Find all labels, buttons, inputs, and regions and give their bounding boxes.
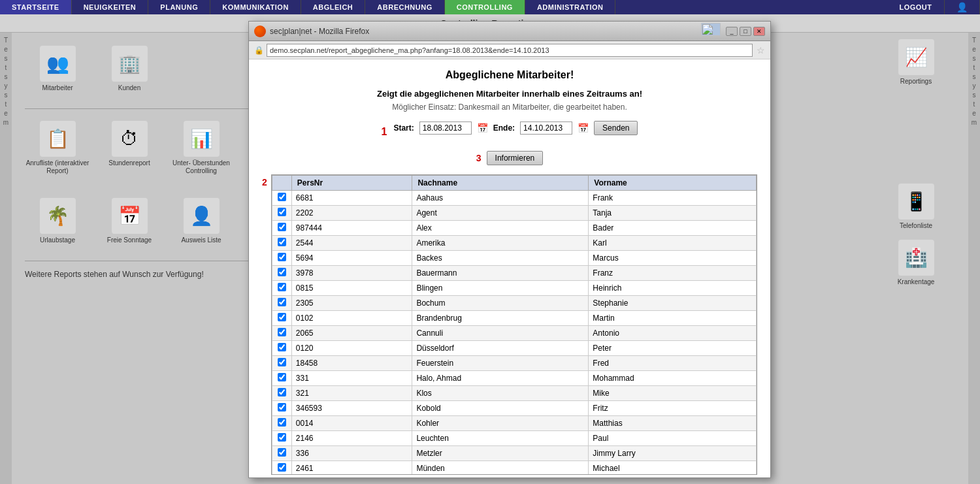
calendar-start-icon[interactable]: 📅: [477, 123, 488, 133]
row-checkbox[interactable]: [278, 463, 286, 472]
table-row: 2305 Bochum Stephanie: [272, 296, 756, 311]
icon-krankentage[interactable]: 🏥 Krankentage: [883, 240, 949, 286]
row-persnr: 0102: [291, 311, 412, 326]
freie-sonntage-icon: 📅: [112, 198, 148, 234]
icon-stundenreport[interactable]: ⏱ Stundenreport: [97, 121, 162, 175]
row-checkbox-cell: [272, 206, 291, 221]
date-end-input[interactable]: [520, 121, 572, 135]
row-checkbox-cell: [272, 461, 291, 476]
table-row: 336 Metzler Jimmy Larry: [272, 446, 756, 461]
row-checkbox[interactable]: [278, 253, 286, 261]
ueberstunden-icon: 📊: [184, 121, 220, 157]
icon-kunden[interactable]: 🏢 Kunden: [97, 46, 162, 92]
nav-planung[interactable]: PLANUNG: [148, 0, 210, 14]
sidebar-letter: e: [4, 109, 8, 118]
row-nachname: Agent: [412, 206, 589, 221]
table-row: 5694 Backes Marcus: [272, 251, 756, 266]
row-checkbox[interactable]: [278, 373, 286, 381]
row-checkbox-cell: [272, 431, 291, 446]
row-vorname: Karl: [589, 236, 757, 251]
icon-mitarbeiter[interactable]: 👥 Mitarbeiter: [25, 46, 90, 92]
left-sidebar: T e s t s y s t e m: [0, 33, 12, 484]
table-row: 2146 Leuchten Paul: [272, 431, 756, 446]
icon-urlaubstage[interactable]: 🌴 Urlaubstage: [25, 198, 90, 244]
row-checkbox[interactable]: [278, 208, 286, 216]
row-checkbox[interactable]: [278, 268, 286, 276]
bookmark-icon[interactable]: ☆: [757, 45, 765, 56]
row-checkbox-cell: [272, 401, 291, 416]
send-button[interactable]: Senden: [594, 121, 638, 135]
nav-neuigkeiten[interactable]: NEUIGKEITEN: [72, 0, 149, 14]
row-nachname: Alex: [412, 221, 589, 236]
row-checkbox[interactable]: [278, 448, 286, 457]
icon-telefonliste[interactable]: 📱 Telefonliste: [883, 184, 949, 230]
row-checkbox-cell: [272, 236, 291, 251]
date-row: Start: 📅 Ende: 📅 Senden: [393, 121, 638, 135]
row-checkbox[interactable]: [278, 238, 286, 246]
krankentage-icon: 🏥: [898, 240, 934, 276]
close-button[interactable]: ✕: [753, 27, 765, 36]
row-checkbox[interactable]: [278, 193, 286, 201]
row-persnr: 0014: [291, 416, 412, 431]
table-row: 0815 Blingen Heinrich: [272, 281, 756, 296]
row-persnr: 2544: [291, 236, 412, 251]
table-row: 346593 Kobold Fritz: [272, 401, 756, 416]
top-navigation: STARTSEITE NEUIGKEITEN PLANUNG KOMMUNIKA…: [0, 0, 980, 14]
col-header-checkbox: [272, 176, 291, 191]
row-checkbox-cell: [272, 386, 291, 401]
end-label: Ende:: [493, 123, 515, 133]
sidebar-letter: e: [4, 45, 8, 54]
ausweis-liste-icon: 👤: [184, 198, 220, 234]
report-hint: Möglicher Einsatz: Dankesmail an Mitarbe…: [262, 103, 757, 112]
row-checkbox[interactable]: [278, 328, 286, 336]
row-vorname: Fritz: [589, 401, 757, 416]
row-checkbox[interactable]: [278, 223, 286, 231]
table-header-row: PersNr Nachname Vorname: [272, 176, 756, 191]
address-input[interactable]: [267, 44, 753, 57]
icon-ueberstunden[interactable]: 📊 Unter- Überstunden Controlling: [169, 121, 234, 175]
row-checkbox[interactable]: [278, 433, 286, 442]
nav-controlling[interactable]: CONTROLLING: [445, 0, 525, 14]
informieren-button[interactable]: Informieren: [487, 151, 544, 165]
nav-user-icon[interactable]: 👤: [945, 0, 981, 14]
row-checkbox[interactable]: [278, 313, 286, 321]
freie-sonntage-label: Freie Sonntage: [107, 236, 152, 244]
row-nachname: Feuerstein: [412, 356, 589, 371]
row-checkbox[interactable]: [278, 343, 286, 351]
row-vorname: Michael: [589, 461, 757, 476]
row-checkbox[interactable]: [278, 403, 286, 411]
step1-label: 1: [382, 126, 387, 138]
nav-kommunikation[interactable]: KOMMUNIKATION: [210, 0, 301, 14]
nav-logout[interactable]: LOGOUT: [887, 0, 944, 14]
nav-abgleich[interactable]: ABGLEICH: [301, 0, 365, 14]
icon-reportings[interactable]: 📈 Reportings: [883, 39, 949, 86]
minimize-button[interactable]: _: [726, 27, 738, 36]
icon-anrufliste[interactable]: 📋 Anrufliste (interaktiver Report): [25, 121, 90, 175]
date-start-input[interactable]: [419, 121, 472, 135]
table-row: 3978 Bauermann Franz: [272, 266, 756, 281]
row-checkbox[interactable]: [278, 418, 286, 427]
row-vorname: Paul: [589, 431, 757, 446]
row-nachname: Bochum: [412, 296, 589, 311]
nav-startseite[interactable]: STARTSEITE: [0, 0, 72, 14]
row-checkbox-cell: [272, 266, 291, 281]
icon-freie-sonntage[interactable]: 📅 Freie Sonntage: [97, 198, 162, 244]
row-checkbox[interactable]: [278, 298, 286, 306]
row-persnr: 5694: [291, 251, 412, 266]
row-checkbox[interactable]: [278, 358, 286, 366]
nav-administration[interactable]: ADMINISTRATION: [525, 0, 616, 14]
icon-ausweis-liste[interactable]: 👤 Ausweis Liste: [169, 198, 234, 244]
row-checkbox-cell: [272, 281, 291, 296]
nav-abrechnung[interactable]: ABRECHNUNG: [365, 0, 444, 14]
table-row: 0120 Düsseldorf Peter: [272, 341, 756, 356]
calendar-end-icon[interactable]: 📅: [578, 123, 589, 133]
row-nachname: Halo, Ahmad: [412, 371, 589, 386]
maximize-button[interactable]: □: [740, 27, 751, 36]
table-wrapper: PersNr Nachname Vorname 6681 Aahaus Fran…: [271, 174, 757, 475]
browser-addressbar: 🔒 ☆: [249, 41, 770, 59]
browser-content[interactable]: Abgeglichene Mitarbeiter! Zeigt die abge…: [249, 59, 770, 477]
row-checkbox[interactable]: [278, 283, 286, 291]
table-row: 2544 Amerika Karl: [272, 236, 756, 251]
row-checkbox-cell: [272, 446, 291, 461]
row-checkbox[interactable]: [278, 388, 286, 396]
